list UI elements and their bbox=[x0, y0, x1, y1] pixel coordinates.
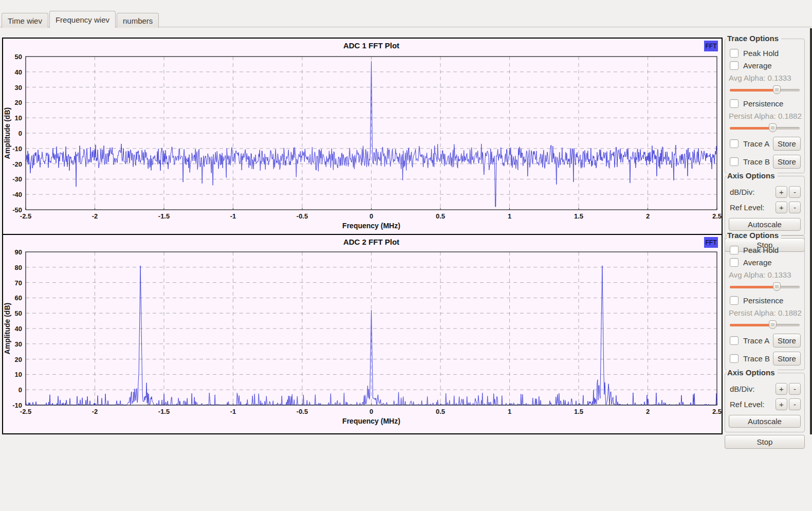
svg-text:30: 30 bbox=[15, 340, 22, 348]
tab-numbers[interactable]: numbers bbox=[117, 13, 159, 28]
db-div-plus-button[interactable]: + bbox=[776, 383, 787, 395]
svg-text:60: 60 bbox=[15, 294, 22, 302]
db-div-label: dB/Div: bbox=[730, 188, 754, 196]
ref-level-label: Ref Level: bbox=[730, 203, 765, 212]
adc2-control-panel: Trace Options Peak Hold Average Avg Alph… bbox=[725, 235, 805, 449]
peak-hold-label: Peak Hold bbox=[743, 246, 779, 254]
persistence-label: Persistence bbox=[743, 99, 783, 108]
y-axis-label: Amplitude (dB) bbox=[3, 303, 11, 354]
axis-options-title: Axis Options bbox=[727, 368, 778, 377]
svg-text:0.5: 0.5 bbox=[436, 212, 445, 220]
svg-text:0.5: 0.5 bbox=[436, 408, 445, 415]
tab-frequency-view[interactable]: Frequency wiev bbox=[49, 11, 116, 28]
trace-a-label: Trace A bbox=[743, 139, 769, 148]
svg-text:-2.5: -2.5 bbox=[20, 212, 31, 220]
svg-text:1: 1 bbox=[508, 408, 511, 415]
db-div-minus-button[interactable]: - bbox=[789, 383, 801, 395]
trace-b-checkbox[interactable] bbox=[730, 157, 739, 166]
peak-hold-checkbox[interactable] bbox=[730, 49, 739, 58]
average-checkbox[interactable] bbox=[730, 258, 739, 267]
avg-alpha-slider[interactable] bbox=[730, 282, 800, 291]
trace-options-group: Trace Options Peak Hold Average Avg Alph… bbox=[725, 39, 805, 173]
ref-level-minus-button[interactable]: - bbox=[789, 202, 801, 213]
svg-text:-0.5: -0.5 bbox=[297, 212, 308, 220]
svg-text:-20: -20 bbox=[12, 160, 22, 168]
adc1-control-panel: Trace Options Peak Hold Average Avg Alph… bbox=[725, 39, 805, 252]
avg-alpha-slider[interactable] bbox=[730, 85, 800, 95]
db-div-plus-button[interactable]: + bbox=[776, 186, 787, 198]
trace-options-title: Trace Options bbox=[727, 34, 781, 43]
store-trace-a-button[interactable]: Store bbox=[773, 137, 801, 151]
trace-options-title: Trace Options bbox=[727, 231, 781, 240]
svg-text:2: 2 bbox=[646, 408, 650, 415]
svg-text:-30: -30 bbox=[12, 175, 22, 183]
store-trace-a-button[interactable]: Store bbox=[773, 334, 801, 348]
svg-text:20: 20 bbox=[15, 356, 22, 363]
svg-text:0: 0 bbox=[19, 386, 22, 394]
slider-handle[interactable] bbox=[769, 320, 777, 329]
svg-text:-40: -40 bbox=[12, 191, 22, 198]
store-trace-b-button[interactable]: Store bbox=[773, 155, 801, 169]
trace-b-checkbox[interactable] bbox=[730, 354, 739, 363]
db-div-minus-button[interactable]: - bbox=[789, 186, 801, 198]
autoscale-button[interactable]: Autoscale bbox=[729, 218, 801, 231]
window-right-edge bbox=[810, 28, 812, 434]
slider-handle[interactable] bbox=[773, 85, 781, 94]
adc1-fft-canvas: 50403020100-10-20-30-40-50-2.5-2-1.5-1-0… bbox=[3, 39, 722, 234]
svg-text:0: 0 bbox=[19, 130, 22, 137]
trace-b-label: Trace B bbox=[743, 354, 770, 363]
svg-text:50: 50 bbox=[15, 309, 22, 317]
x-axis-label: Frequency (MHz) bbox=[342, 222, 400, 230]
trace-a-label: Trace A bbox=[743, 336, 769, 345]
db-div-label: dB/Div: bbox=[730, 385, 754, 393]
axis-options-group: Axis Options dB/Div: + - Ref Level: + - … bbox=[725, 373, 805, 432]
fft-badge: FFT bbox=[704, 41, 718, 51]
slider-handle[interactable] bbox=[769, 123, 777, 132]
svg-text:0: 0 bbox=[370, 408, 373, 415]
avg-alpha-label: Avg Alpha: 0.1333 bbox=[729, 74, 801, 82]
adc2-fft-canvas: 9080706050403020100-10-2.5-2-1.5-1-0.500… bbox=[3, 235, 722, 433]
peak-hold-checkbox[interactable] bbox=[730, 246, 739, 254]
ref-level-minus-button[interactable]: - bbox=[789, 398, 801, 410]
tab-bar: Time wiev Frequency wiev numbers bbox=[2, 11, 160, 28]
svg-text:90: 90 bbox=[15, 248, 22, 256]
persistence-label: Persistence bbox=[743, 296, 783, 305]
persistence-checkbox[interactable] bbox=[730, 296, 739, 305]
persist-alpha-slider[interactable] bbox=[730, 123, 800, 133]
slider-fill bbox=[730, 324, 773, 326]
svg-text:-1: -1 bbox=[230, 212, 236, 220]
x-tick-labels: -2.5-2-1.5-1-0.500.511.522.5 bbox=[20, 212, 722, 220]
svg-text:-1.5: -1.5 bbox=[158, 408, 170, 415]
svg-text:-2.5: -2.5 bbox=[20, 408, 31, 415]
adc1-fft-plot-panel: ADC 1 FFT Plot FFT 50403020100-10-20-30-… bbox=[2, 38, 723, 235]
ref-level-plus-button[interactable]: + bbox=[776, 398, 787, 410]
y-tick-labels: 9080706050403020100-10 bbox=[12, 248, 22, 409]
persistence-checkbox[interactable] bbox=[730, 99, 739, 108]
persist-alpha-slider[interactable] bbox=[730, 320, 800, 330]
average-label: Average bbox=[743, 61, 772, 70]
adc2-fft-plot-panel: ADC 2 FFT Plot FFT 9080706050403020100-1… bbox=[2, 234, 723, 434]
average-checkbox[interactable] bbox=[730, 61, 739, 70]
persist-alpha-label: Persist Alpha: 0.1882 bbox=[729, 112, 801, 120]
svg-text:-0.5: -0.5 bbox=[297, 408, 308, 415]
trace-b-label: Trace B bbox=[743, 157, 770, 166]
store-trace-b-button[interactable]: Store bbox=[773, 352, 801, 366]
trace-a-checkbox[interactable] bbox=[730, 139, 739, 148]
svg-text:50: 50 bbox=[15, 53, 22, 61]
axis-options-title: Axis Options bbox=[727, 171, 778, 180]
slider-fill bbox=[730, 286, 777, 288]
ref-level-label: Ref Level: bbox=[730, 400, 765, 409]
svg-text:2.5: 2.5 bbox=[712, 408, 722, 415]
svg-text:-2: -2 bbox=[92, 408, 98, 415]
slider-handle[interactable] bbox=[773, 282, 781, 291]
svg-text:10: 10 bbox=[15, 114, 22, 122]
autoscale-button[interactable]: Autoscale bbox=[729, 415, 801, 428]
trace-a-checkbox[interactable] bbox=[730, 336, 739, 345]
svg-text:80: 80 bbox=[15, 264, 22, 271]
tab-time-view[interactable]: Time wiev bbox=[2, 13, 48, 28]
svg-text:-2: -2 bbox=[92, 212, 98, 220]
ref-level-plus-button[interactable]: + bbox=[776, 202, 787, 213]
svg-text:-10: -10 bbox=[12, 145, 22, 153]
x-tick-labels: -2.5-2-1.5-1-0.500.511.522.5 bbox=[20, 408, 722, 415]
stop-button[interactable]: Stop bbox=[725, 435, 805, 449]
